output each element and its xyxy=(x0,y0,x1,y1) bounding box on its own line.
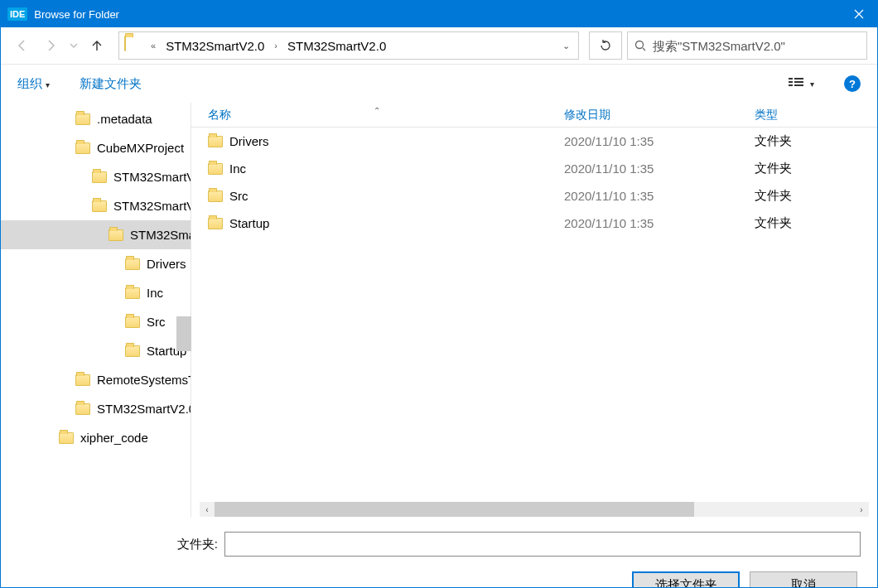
breadcrumb-prefix: « xyxy=(146,41,161,51)
svg-point-0 xyxy=(636,41,644,49)
tree-item-4[interactable]: STM32SmartV2.0 xyxy=(1,220,191,249)
file-date: 2020/11/10 1:35 xyxy=(564,216,755,230)
forward-button[interactable] xyxy=(39,34,62,57)
search-input[interactable] xyxy=(653,39,860,53)
chevron-down-icon: ▾ xyxy=(810,80,814,89)
select-folder-button[interactable]: 选择文件夹 xyxy=(632,571,740,588)
tree-item-label: STM32SmartV2.0 xyxy=(97,402,191,416)
titlebar: IDE Browse for Folder xyxy=(1,1,877,27)
folder-icon xyxy=(92,200,107,212)
breadcrumb-dropdown[interactable]: ⌄ xyxy=(553,41,578,51)
close-icon xyxy=(854,9,864,19)
folder-label: 文件夹: xyxy=(17,537,224,552)
tree-item-label: STM32SmartV2.0 xyxy=(113,170,191,184)
breadcrumb[interactable]: « STM32SmartV2.0 › STM32SmartV2.0 ⌄ xyxy=(118,31,579,60)
tree-item-6[interactable]: Inc xyxy=(1,278,191,307)
folder-icon xyxy=(208,136,223,147)
file-row-1[interactable]: Inc2020/11/10 1:35文件夹 xyxy=(191,155,877,182)
folder-icon xyxy=(75,113,90,125)
breadcrumb-item-0[interactable]: STM32SmartV2.0 xyxy=(161,39,269,53)
app-badge: IDE xyxy=(7,7,27,21)
tree-item-label: Inc xyxy=(147,286,163,300)
scroll-right-icon[interactable]: › xyxy=(854,502,869,517)
tree-item-9[interactable]: RemoteSystemsTempFiles xyxy=(1,365,191,394)
tree-item-0[interactable]: .metadata xyxy=(1,104,191,133)
file-name: Inc xyxy=(229,161,246,176)
back-button[interactable] xyxy=(11,34,34,57)
tree-item-label: Src xyxy=(147,315,166,329)
svg-rect-6 xyxy=(794,84,803,86)
folder-icon xyxy=(208,190,223,202)
tree-item-label: xipher_code xyxy=(80,431,148,445)
file-date: 2020/11/10 1:35 xyxy=(564,134,755,148)
file-row-0[interactable]: Drivers2020/11/10 1:35文件夹 xyxy=(191,128,877,155)
arrow-right-icon xyxy=(44,39,57,52)
file-row-3[interactable]: Startup2020/11/10 1:35文件夹 xyxy=(191,210,877,237)
tree-item-3[interactable]: STM32SmartV2.0 xyxy=(1,191,191,220)
tree-item-10[interactable]: STM32SmartV2.0 xyxy=(1,394,191,423)
recent-dropdown[interactable] xyxy=(67,34,80,57)
content-area: .metadataCubeMXProjectSTM32SmartV2.0STM3… xyxy=(1,103,877,517)
column-date[interactable]: 修改日期 xyxy=(564,108,755,123)
file-type: 文件夹 xyxy=(755,215,877,231)
folder-icon xyxy=(125,258,140,270)
cancel-button[interactable]: 取消 xyxy=(750,571,857,588)
folder-input[interactable] xyxy=(224,532,861,557)
svg-rect-4 xyxy=(794,78,803,80)
tree-item-2[interactable]: STM32SmartV2.0 xyxy=(1,162,191,191)
folder-icon xyxy=(75,142,90,154)
tree-item-5[interactable]: Drivers xyxy=(1,249,191,278)
chevron-right-icon: › xyxy=(269,41,282,51)
tree-item-label: .metadata xyxy=(97,112,152,126)
file-list-pane: 名称⌃ 修改日期 类型 Drivers2020/11/10 1:35文件夹Inc… xyxy=(191,103,877,517)
tree-item-8[interactable]: Startup xyxy=(1,336,191,365)
tree-item-1[interactable]: CubeMXProject xyxy=(1,133,191,162)
folder-icon xyxy=(92,171,107,183)
folder-icon xyxy=(75,403,90,415)
footer: 文件夹: 选择文件夹 取消 xyxy=(1,517,877,588)
view-mode-button[interactable]: ▾ xyxy=(789,78,814,89)
svg-rect-5 xyxy=(794,81,803,83)
toolbar: 组织▾ 新建文件夹 ▾ ? xyxy=(1,65,877,103)
arrow-up-icon xyxy=(90,39,104,52)
nav-bar: « STM32SmartV2.0 › STM32SmartV2.0 ⌄ xyxy=(1,27,877,65)
scroll-left-icon[interactable]: ‹ xyxy=(200,502,215,517)
folder-tree: .metadataCubeMXProjectSTM32SmartV2.0STM3… xyxy=(1,103,191,517)
organize-button[interactable]: 组织▾ xyxy=(17,76,50,92)
folder-icon xyxy=(109,229,123,241)
tree-item-label: STM32SmartV2.0 xyxy=(113,199,191,213)
tree-item-label: STM32SmartV2.0 xyxy=(130,228,191,242)
folder-icon xyxy=(125,316,140,328)
search-box[interactable] xyxy=(627,31,867,60)
file-type: 文件夹 xyxy=(755,133,877,149)
new-folder-button[interactable]: 新建文件夹 xyxy=(80,76,142,92)
window-title: Browse for Folder xyxy=(34,8,840,21)
tree-scrollbar-thumb[interactable] xyxy=(176,316,191,351)
folder-icon xyxy=(208,163,223,175)
chevron-down-icon: ▾ xyxy=(46,80,50,89)
tree-item-label: Drivers xyxy=(147,257,186,271)
file-row-2[interactable]: Src2020/11/10 1:35文件夹 xyxy=(191,182,877,210)
tree-item-7[interactable]: Src xyxy=(1,307,191,336)
scroll-thumb[interactable] xyxy=(215,502,694,517)
column-type[interactable]: 类型 xyxy=(755,108,877,123)
help-button[interactable]: ? xyxy=(844,75,861,92)
scroll-track[interactable] xyxy=(215,502,854,517)
file-hscrollbar[interactable]: ‹ › xyxy=(200,502,869,517)
svg-rect-2 xyxy=(789,81,793,83)
svg-rect-3 xyxy=(789,84,793,86)
breadcrumb-item-1[interactable]: STM32SmartV2.0 xyxy=(282,39,391,53)
file-date: 2020/11/10 1:35 xyxy=(564,161,755,176)
file-name: Drivers xyxy=(229,134,269,148)
arrow-left-icon xyxy=(16,39,29,52)
tree-item-label: RemoteSystemsTempFiles xyxy=(97,373,191,387)
folder-icon xyxy=(75,374,90,386)
close-button[interactable] xyxy=(840,1,877,27)
refresh-button[interactable] xyxy=(589,31,622,60)
up-button[interactable] xyxy=(85,34,109,57)
tree-item-11[interactable]: xipher_code xyxy=(1,423,191,452)
file-date: 2020/11/10 1:35 xyxy=(564,189,755,203)
refresh-icon xyxy=(599,39,612,52)
column-name[interactable]: 名称⌃ xyxy=(208,108,564,123)
view-list-icon xyxy=(789,78,803,89)
